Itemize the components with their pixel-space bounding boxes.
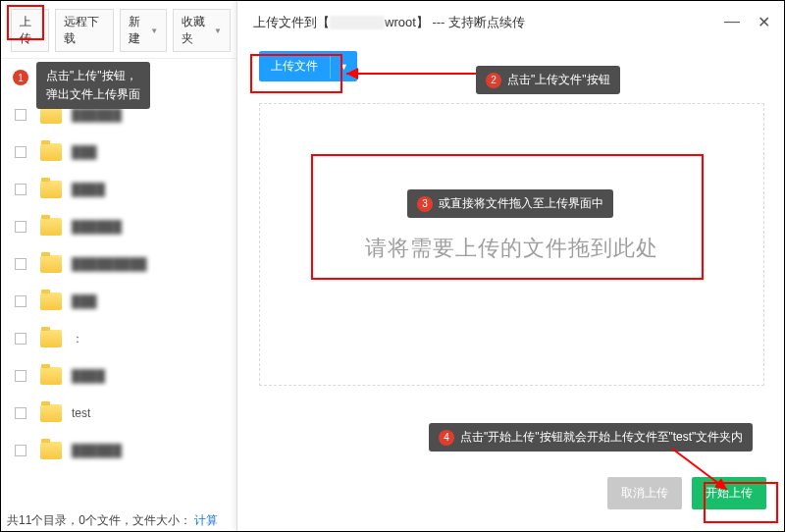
toolbar: 上传 远程下载 新建▼ 收藏夹▼ xyxy=(1,1,236,59)
list-item[interactable]: ██████ xyxy=(1,208,236,245)
file-name: ： xyxy=(72,331,83,347)
checkbox[interactable] xyxy=(15,407,26,419)
new-button[interactable]: 新建▼ xyxy=(120,9,167,52)
new-label: 新建 xyxy=(129,14,148,47)
list-item[interactable]: ███ xyxy=(1,133,236,171)
dropzone[interactable]: 请将需要上传的文件拖到此处 xyxy=(259,103,764,386)
list-item[interactable]: █████████ xyxy=(1,245,236,283)
file-name: ██████ xyxy=(72,444,122,457)
file-list: ████ ██████ ███ ████ ██████ █████████ ██… xyxy=(1,59,236,469)
cancel-button[interactable]: 取消上传 xyxy=(607,477,682,509)
dialog-title: 上传文件到【wroot】 --- 支持断点续传 xyxy=(253,14,525,31)
folder-icon xyxy=(40,404,62,422)
upload-file-button[interactable]: 上传文件 ▼ xyxy=(259,51,357,81)
window-controls: — ✕ xyxy=(724,13,770,31)
minimize-icon[interactable]: — xyxy=(724,13,740,31)
file-name: ████ xyxy=(72,183,105,196)
checkbox[interactable] xyxy=(15,258,26,270)
checkbox[interactable] xyxy=(15,109,26,121)
checkbox[interactable] xyxy=(15,445,26,456)
chevron-down-icon[interactable]: ▼ xyxy=(330,55,357,79)
close-icon[interactable]: ✕ xyxy=(758,13,770,31)
upload-label: 上传 xyxy=(20,14,40,47)
folder-icon xyxy=(40,181,62,198)
checkbox[interactable] xyxy=(15,184,26,195)
annotation-tooltip-4: 4 点击"开始上传"按钮就会开始上传文件至"test"文件夹内 xyxy=(429,423,753,452)
checkbox[interactable] xyxy=(15,333,26,345)
folder-icon xyxy=(40,143,62,161)
file-name: ████ xyxy=(72,369,105,383)
checkbox[interactable] xyxy=(15,146,26,158)
masked-path xyxy=(330,16,385,29)
annotation-tooltip-1: 点击"上传"按钮， 弹出文件上传界面 xyxy=(36,62,150,109)
favorites-label: 收藏夹 xyxy=(182,14,211,47)
favorites-button[interactable]: 收藏夹▼ xyxy=(173,9,231,52)
status-bar: 共11个目录，0个文件，文件大小： 计算 xyxy=(7,512,218,529)
annotation-badge-2: 2 xyxy=(486,73,501,88)
tip2-text: 点击"上传文件"按钮 xyxy=(507,72,610,88)
file-name: test xyxy=(72,406,90,420)
remote-download-label: 远程下载 xyxy=(64,14,105,47)
folder-icon xyxy=(40,255,62,273)
checkbox[interactable] xyxy=(15,370,26,382)
annotation-badge-3: 3 xyxy=(417,196,433,212)
checkbox[interactable] xyxy=(15,295,26,307)
tip1-line2: 弹出文件上传界面 xyxy=(46,86,140,103)
folder-icon xyxy=(40,442,62,459)
upload-button[interactable]: 上传 xyxy=(11,9,49,52)
file-name: █████████ xyxy=(72,257,147,271)
list-item[interactable]: ： xyxy=(1,320,236,357)
start-upload-button[interactable]: 开始上传 xyxy=(692,477,766,509)
status-text: 共11个目录，0个文件，文件大小： xyxy=(7,513,191,527)
list-item[interactable]: ██████ xyxy=(1,432,236,469)
title-suffix: wroot】 --- 支持断点续传 xyxy=(385,15,525,29)
folder-icon xyxy=(40,218,62,236)
chevron-down-icon: ▼ xyxy=(150,27,158,35)
file-name: ██████ xyxy=(72,220,122,234)
folder-icon xyxy=(40,293,62,310)
checkbox[interactable] xyxy=(15,221,26,233)
file-name: ███ xyxy=(72,145,97,159)
annotation-tooltip-2: 2 点击"上传文件"按钮 xyxy=(476,66,620,94)
tip3-text: 或直接将文件拖入至上传界面中 xyxy=(439,195,603,212)
title-prefix: 上传文件到【 xyxy=(253,15,330,29)
tip4-text: 点击"开始上传"按钮就会开始上传文件至"test"文件夹内 xyxy=(460,429,743,446)
file-name: ██████ xyxy=(72,108,122,122)
dialog-footer: 取消上传 开始上传 xyxy=(607,477,766,509)
list-item[interactable]: ████ xyxy=(1,357,236,395)
folder-icon xyxy=(40,367,62,385)
dialog-header: 上传文件到【wroot】 --- 支持断点续传 — ✕ xyxy=(237,1,785,41)
tip1-line1: 点击"上传"按钮， xyxy=(46,68,137,84)
annotation-tooltip-3: 3 或直接将文件拖入至上传界面中 xyxy=(407,189,613,218)
list-item[interactable]: test xyxy=(1,395,236,432)
dropzone-hint: 请将需要上传的文件拖到此处 xyxy=(260,234,763,263)
annotation-badge-1: 1 xyxy=(13,70,28,85)
annotation-badge-4: 4 xyxy=(439,430,454,446)
folder-icon xyxy=(40,330,62,347)
chevron-down-icon: ▼ xyxy=(214,27,222,35)
list-item[interactable]: ████ xyxy=(1,171,236,208)
calc-link[interactable]: 计算 xyxy=(194,513,218,527)
file-name: ███ xyxy=(72,294,97,308)
list-item[interactable]: ███ xyxy=(1,283,236,320)
upload-file-label: 上传文件 xyxy=(259,51,330,81)
remote-download-button[interactable]: 远程下载 xyxy=(55,9,114,52)
